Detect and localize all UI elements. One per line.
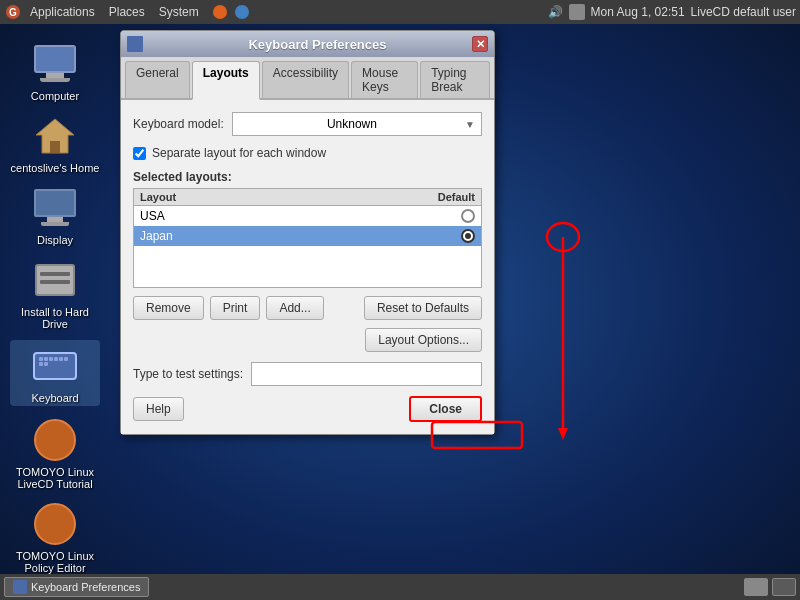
layout-col-header: Layout xyxy=(140,191,420,203)
add-button[interactable]: Add... xyxy=(266,296,323,320)
svg-marker-7 xyxy=(558,428,568,440)
layout-options-button[interactable]: Layout Options... xyxy=(365,328,482,352)
help-button[interactable]: Help xyxy=(133,397,184,421)
icon-label-display: Display xyxy=(37,234,73,246)
svg-point-2 xyxy=(213,5,227,19)
applications-menu[interactable]: Applications xyxy=(24,3,101,21)
default-col-header: Default xyxy=(420,191,475,203)
bottom-button-row: Help Close xyxy=(133,396,482,422)
close-button[interactable]: Close xyxy=(409,396,482,422)
username: LiveCD default user xyxy=(691,5,796,19)
icon-label-install: Install to Hard Drive xyxy=(10,306,100,330)
layout-name-usa: USA xyxy=(140,209,420,223)
dialog-close-button[interactable]: ✕ xyxy=(472,36,488,52)
taskbar-keyboard-icon xyxy=(13,580,27,594)
workspace-switcher-2[interactable] xyxy=(772,578,796,596)
keyboard-preferences-dialog: Keyboard Preferences ✕ General Layouts A… xyxy=(120,30,495,435)
icon-label-keyboard: Keyboard xyxy=(31,392,78,404)
top-panel-right: 🔊 Mon Aug 1, 02:51 LiveCD default user xyxy=(548,4,796,20)
taskbar-keyboard-label: Keyboard Preferences xyxy=(31,581,140,593)
speaker-icon: 🔊 xyxy=(548,5,563,19)
svg-point-8 xyxy=(547,223,579,251)
svg-rect-5 xyxy=(50,141,60,153)
taskbar: Keyboard Preferences xyxy=(0,574,800,600)
icon-label-home: centoslive's Home xyxy=(11,162,100,174)
keyboard-model-value: Unknown xyxy=(239,117,465,131)
layout-name-japan: Japan xyxy=(140,229,420,243)
dialog-tabs: General Layouts Accessibility Mouse Keys… xyxy=(121,57,494,100)
tab-general[interactable]: General xyxy=(125,61,190,98)
tab-mousekeys[interactable]: Mouse Keys xyxy=(351,61,418,98)
desktop-icon-keyboard[interactable]: Keyboard xyxy=(10,340,100,406)
dialog-icon xyxy=(127,36,143,52)
layout-options-row: Layout Options... xyxy=(133,328,482,352)
dialog-titlebar: Keyboard Preferences ✕ xyxy=(121,31,494,57)
usa-radio-button[interactable] xyxy=(461,209,475,223)
print-button[interactable]: Print xyxy=(210,296,261,320)
keyboard-model-row: Keyboard model: Unknown ▼ xyxy=(133,112,482,136)
desktop-icon-install[interactable]: Install to Hard Drive xyxy=(10,256,100,330)
taskbar-right xyxy=(744,578,796,596)
tab-typingbreak[interactable]: Typing Break xyxy=(420,61,490,98)
desktop-icon-tomoyo-tutorial[interactable]: TOMOYO Linux LiveCD Tutorial xyxy=(10,416,100,490)
icon-label-computer: Computer xyxy=(31,90,79,102)
desktop-icon-home[interactable]: centoslive's Home xyxy=(10,112,100,174)
icon-label-tomoyo-tutorial: TOMOYO Linux LiveCD Tutorial xyxy=(10,466,100,490)
layouts-table-header: Layout Default xyxy=(134,189,481,206)
desktop-icon-computer[interactable]: Computer xyxy=(10,40,100,102)
dropdown-arrow-icon: ▼ xyxy=(465,119,475,130)
taskbar-keyboard-prefs[interactable]: Keyboard Preferences xyxy=(4,577,149,597)
japan-radio-button[interactable] xyxy=(461,229,475,243)
icon-label-tomoyo-policy: TOMOYO Linux Policy Editor xyxy=(10,550,100,574)
separate-layout-row: Separate layout for each window xyxy=(133,146,482,160)
keyboard-model-label: Keyboard model: xyxy=(133,117,224,131)
svg-point-3 xyxy=(235,5,249,19)
remove-button[interactable]: Remove xyxy=(133,296,204,320)
layout-row-usa[interactable]: USA xyxy=(134,206,481,226)
layout-action-buttons: Remove Print Add... Reset to Defaults xyxy=(133,296,482,320)
dialog-content: Keyboard model: Unknown ▼ Separate layou… xyxy=(121,100,494,434)
keyboard-model-dropdown[interactable]: Unknown ▼ xyxy=(232,112,482,136)
reset-defaults-button[interactable]: Reset to Defaults xyxy=(364,296,482,320)
gnome-icon: G xyxy=(4,3,22,21)
datetime: Mon Aug 1, 02:51 xyxy=(591,5,685,19)
system-menu[interactable]: System xyxy=(153,3,205,21)
desktop-icon-tomoyo-policy[interactable]: TOMOYO Linux Policy Editor xyxy=(10,500,100,574)
type-to-test-row: Type to test settings: xyxy=(133,362,482,386)
network-icon xyxy=(569,4,585,20)
layout-row-japan[interactable]: Japan xyxy=(134,226,481,246)
desktop: G Applications Places System 🔊 Mon Aug 1… xyxy=(0,0,800,600)
top-panel-left: G Applications Places System xyxy=(4,3,251,21)
layouts-table: Layout Default USA Japan xyxy=(133,188,482,288)
desktop-icon-display[interactable]: Display xyxy=(10,184,100,246)
svg-text:G: G xyxy=(9,7,17,18)
type-to-test-input[interactable] xyxy=(251,362,482,386)
type-to-test-label: Type to test settings: xyxy=(133,367,243,381)
workspace-switcher-1[interactable] xyxy=(744,578,768,596)
desktop-sidebar: Computer centoslive's Home Display xyxy=(0,30,110,600)
top-panel: G Applications Places System 🔊 Mon Aug 1… xyxy=(0,0,800,24)
layout-radio-japan[interactable] xyxy=(420,229,475,243)
layout-radio-usa[interactable] xyxy=(420,209,475,223)
places-menu[interactable]: Places xyxy=(103,3,151,21)
separate-layout-label: Separate layout for each window xyxy=(152,146,326,160)
selected-layouts-label: Selected layouts: xyxy=(133,170,482,184)
tab-layouts[interactable]: Layouts xyxy=(192,61,260,100)
dialog-title: Keyboard Preferences xyxy=(147,37,488,52)
tab-accessibility[interactable]: Accessibility xyxy=(262,61,349,98)
separate-layout-checkbox[interactable] xyxy=(133,147,146,160)
